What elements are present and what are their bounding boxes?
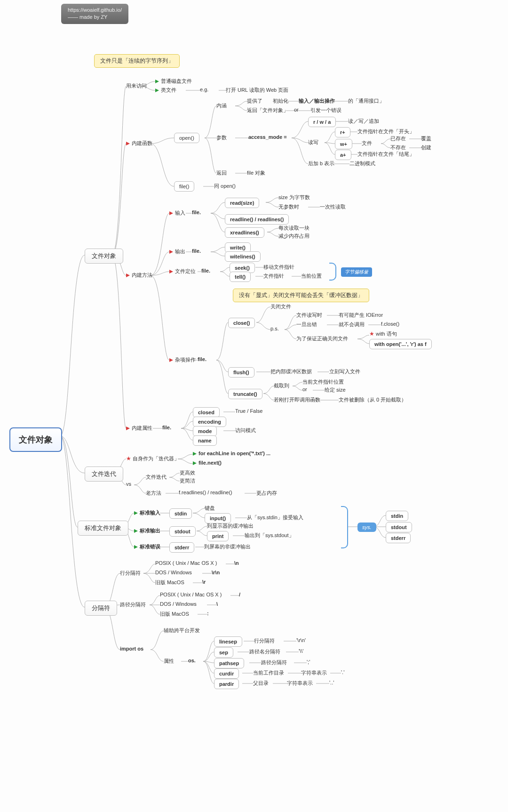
flag-icon [134, 511, 138, 515]
name: name [193, 435, 217, 446]
stdout-desc: 到显示器的缓冲输出 [207, 523, 254, 530]
seek1: 移动文件指针 [263, 264, 294, 271]
old2: 更占内存 [256, 490, 277, 497]
fi: 文件迭代 [146, 474, 167, 481]
eg-url: 打开 URL 读取的 Web 页面 [226, 87, 288, 94]
file-prefix-3: file. [201, 268, 210, 273]
a4d: 当前工作目录 [253, 669, 284, 676]
mode: mode [193, 426, 217, 436]
flag-icon [155, 80, 159, 83]
stdin: stdin [169, 508, 192, 519]
inner1: 提供了 [247, 97, 262, 105]
file-prefix-1: file. [192, 209, 201, 215]
p1: POSIX ( Unix / Mac OS X ) [160, 592, 222, 597]
sys-stdin: stdin [386, 511, 408, 521]
a2d: 路径名分隔符 [249, 648, 280, 655]
header-madeby: —— made by ZY [68, 14, 107, 20]
file-next: file.next() [193, 460, 222, 466]
c3: 有可能产生 IOError [339, 312, 383, 319]
flag-icon [134, 529, 138, 533]
inner4: 的「通用接口」 [348, 97, 384, 105]
header-url: https://woaielf.github.io/ [68, 7, 122, 13]
inner3: 输入／输出操作 [299, 97, 335, 105]
c4: 一旦出错 [296, 321, 317, 328]
closed: closed [193, 407, 220, 418]
encoding: encoding [193, 417, 226, 427]
stderr-desc: 到屏幕的非缓冲输出 [204, 543, 251, 550]
rp: r+ [335, 127, 350, 137]
a5v: '..' [329, 680, 334, 685]
file-func: file() [174, 181, 194, 192]
c8: ★with 语句 [369, 330, 397, 338]
xr2: 减少内存占用 [278, 233, 310, 240]
input-func: input() [205, 513, 231, 523]
a5e: 字符串表示 [287, 680, 313, 687]
a2v: '\\' [299, 648, 303, 654]
path-sep: 路径分隔符 [120, 601, 146, 608]
main-file-object: 文件对象 [85, 249, 123, 264]
os-prefix: os. [188, 658, 196, 663]
readsize: read(size) [225, 198, 259, 208]
flag-icon [169, 250, 173, 254]
file-prefix-2: file. [192, 248, 201, 254]
flag-icon [169, 211, 173, 215]
inner7: 引发一个错误 [310, 107, 341, 114]
star-icon: ★ [369, 330, 374, 337]
a5d: 父目录 [253, 680, 269, 687]
sys-stderr: stderr [386, 533, 411, 543]
l3: 旧版 MacOS [155, 579, 184, 586]
readline: readline() / readlines() [225, 214, 289, 225]
root-node: 文件对象 [9, 427, 62, 452]
for-each: for eachLine in open('*.txt') ... [193, 450, 270, 456]
rs1: size 为字节数 [278, 194, 310, 201]
xr1: 每次读取一块 [278, 225, 310, 232]
p3: 旧版 MacOS [160, 611, 189, 618]
wp: w+ [335, 139, 352, 149]
stdin-kb: 键盘 [205, 505, 215, 512]
closed-val: True / False [235, 408, 262, 414]
os-attr: 属性 [164, 658, 174, 665]
flag-icon [134, 545, 138, 549]
misc-label: 杂项操作 [169, 356, 196, 363]
input-label: 输入 [169, 209, 185, 217]
builtin-func: 内建函数 [126, 140, 152, 147]
curdir: curdir [214, 668, 239, 679]
file-prefix-5: file. [162, 425, 171, 430]
print: print [207, 531, 229, 541]
p2v: \ [216, 601, 218, 607]
rw: 读写 [308, 139, 318, 146]
self-iter: ★自身作为「迭代器」 [126, 455, 179, 462]
access-mode: access_mode = [248, 134, 287, 140]
access-label: 用来访问 [126, 82, 147, 89]
brace-sys [341, 506, 348, 548]
l3v: \r [202, 579, 206, 585]
rwa: r / w / a [308, 117, 336, 127]
old: 老方法 [146, 490, 161, 497]
p3v: : [207, 611, 209, 616]
vs: vs [126, 481, 131, 487]
connector-lines [0, 0, 508, 812]
a4e: 字符串表示 [301, 669, 327, 676]
inner6: or [294, 107, 299, 113]
tr4: 给定 size [325, 386, 346, 394]
flag-icon [126, 142, 130, 145]
a1d: 行分隔符 [254, 637, 275, 644]
fi1: 更高效 [180, 469, 195, 476]
rs3: 一次性读取 [320, 203, 346, 210]
stdout-label: 标准输出 [134, 527, 160, 534]
tr6: 文件被删除（从 0 开始截取） [339, 396, 406, 403]
access-disk: 普通磁盘文件 [155, 78, 192, 85]
flush: flush() [228, 367, 254, 378]
access-filelike: 类文件 [155, 87, 176, 94]
bmode1: 二进制模式 [349, 160, 375, 167]
retv: file 对象 [247, 169, 265, 177]
tr2: 当前文件指针位置 [302, 378, 344, 386]
sys-stdout: stdout [386, 522, 412, 532]
l1v: \n [234, 560, 239, 566]
callout-top: 文件只是「连续的字节序列」 [94, 54, 180, 68]
tell2: 当前位置 [301, 273, 322, 280]
builtin-method: 内建方法 [126, 272, 152, 279]
rs2: 无参数时 [278, 203, 299, 210]
inner-label: 内涵 [216, 102, 227, 109]
tell1: 文件指针 [263, 273, 284, 280]
